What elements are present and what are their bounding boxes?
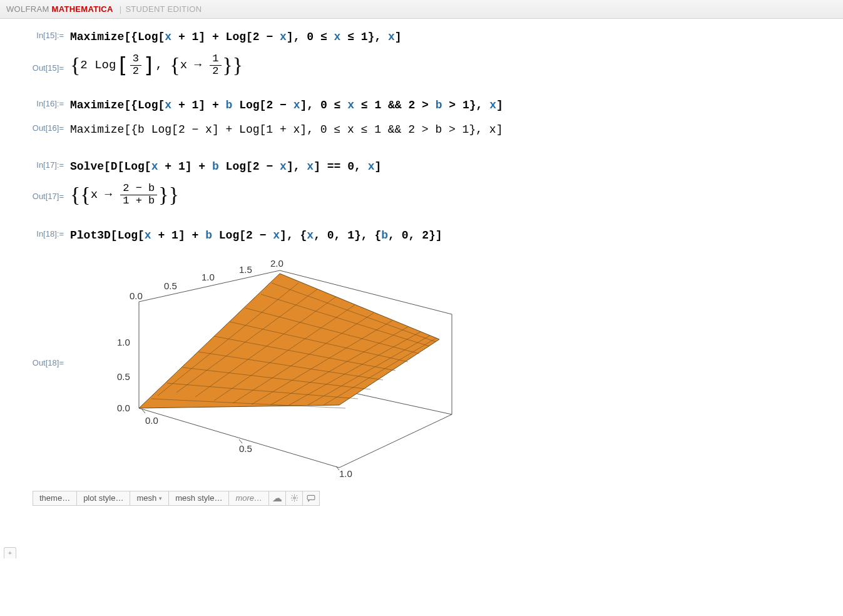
in-label-16: In[16]:= [0,97,70,108]
suggestion-gear-icon[interactable] [285,491,303,506]
brand-mathematica: MATHEMATICA [52,4,113,14]
out-label-16: Out[16]= [0,121,70,133]
tick-x-10: 1.0 [339,468,352,479]
caret-down-icon: ▾ [159,495,162,501]
cell-out-15: Out[15]= {2 Log[32], {x → 12}} [0,49,843,81]
titlebar: WOLFRAM MATHEMATICA | STUDENT EDITION [0,0,843,19]
tick-x-0: 0.0 [145,415,158,426]
in-body-18[interactable]: Plot3D[Log[x + 1] + b Log[2 − x], {x, 0,… [70,227,442,244]
tick-b-05: 0.5 [164,280,177,291]
cell-in-17[interactable]: In[17]:= Solve[D[Log[x + 1] + b Log[2 − … [0,155,843,179]
suggestion-mesh-style[interactable]: mesh style… [168,491,229,506]
tick-b-20: 2.0 [270,258,284,269]
cell-in-15[interactable]: In[15]:= Maximize[{Log[x + 1] + Log[2 − … [0,25,843,49]
cell-out-17: Out[17]= {{x → 2 − b1 + b}} [0,179,843,210]
out-body-15: {2 Log[32], {x → 12}} [70,53,243,77]
notebook-content[interactable]: In[15]:= Maximize[{Log[x + 1] + Log[2 − … [0,19,843,506]
in-body-15[interactable]: Maximize[{Log[x + 1] + Log[2 − x], 0 ≤ x… [70,29,402,46]
svg-line-7 [339,414,452,468]
suggestion-cloud-icon[interactable]: ☁ [268,491,286,506]
svg-point-32 [293,497,295,499]
cell-out-18: Out[18]= [0,248,843,487]
tick-z-10: 1.0 [117,337,130,347]
tick-z-0: 0.0 [117,403,130,413]
tick-b-15: 1.5 [239,264,252,275]
out-label-15: Out[15]= [0,53,70,73]
tick-b-0: 0.0 [130,290,143,301]
suggestion-more[interactable]: more… [228,491,269,506]
brand-edition: STUDENT EDITION [125,4,202,14]
tick-x-05: 0.5 [239,443,252,454]
cell-in-16[interactable]: In[16]:= Maximize[{Log[x + 1] + b Log[2 … [0,93,843,118]
plus-icon: + [8,550,12,557]
cell-in-18[interactable]: In[18]:= Plot3D[Log[x + 1] + b Log[2 − x… [0,223,843,248]
svg-rect-33 [307,495,315,500]
out-label-17: Out[17]= [0,183,70,201]
in-label-15: In[15]:= [0,29,70,40]
plot3d-output[interactable]: 0.0 0.5 1.0 1.5 2.0 0.0 0.5 1.0 0.0 0.5 … [70,252,464,483]
out-body-17: {{x → 2 − b1 + b}} [70,183,179,207]
in-label-18: In[18]:= [0,227,70,239]
in-body-17[interactable]: Solve[D[Log[x + 1] + b Log[2 − x], x] ==… [70,158,381,175]
brand-divider: | [120,4,122,14]
out-label-18: Out[18]= [0,252,70,367]
tick-b-10: 1.0 [202,272,215,282]
add-cell-button[interactable]: + [4,547,16,558]
suggestion-plot-style[interactable]: plot style… [76,491,130,506]
tick-z-05: 0.5 [117,371,130,382]
svg-line-6 [139,408,339,468]
suggestion-comment-icon[interactable] [302,491,320,506]
out-body-16: Maximize[{b Log[2 − x] + Log[1 + x], 0 ≤… [70,121,503,138]
svg-marker-9 [139,274,439,408]
suggestion-mesh[interactable]: mesh▾ [130,491,169,506]
brand-wolfram: WOLFRAM [6,4,49,14]
suggestion-theme[interactable]: theme… [33,491,77,506]
cell-out-16: Out[16]= Maximize[{b Log[2 − x] + Log[1 … [0,118,843,142]
suggestion-bar: theme… plot style… mesh▾ mesh style… mor… [33,491,843,506]
in-label-17: In[17]:= [0,158,70,170]
in-body-16[interactable]: Maximize[{Log[x + 1] + b Log[2 − x], 0 ≤… [70,97,503,114]
